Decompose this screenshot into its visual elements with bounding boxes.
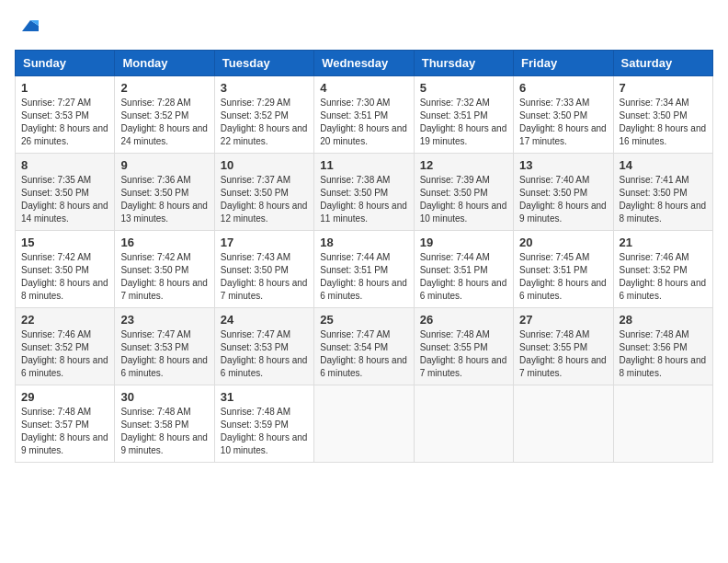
day-info: Sunrise: 7:47 AMSunset: 3:54 PMDaylight:… <box>320 328 407 380</box>
calendar-cell: 23Sunrise: 7:47 AMSunset: 3:53 PMDayligh… <box>115 308 214 385</box>
day-number: 31 <box>221 390 308 404</box>
day-number: 12 <box>420 158 507 172</box>
day-info: Sunrise: 7:42 AMSunset: 3:50 PMDaylight:… <box>21 251 108 303</box>
day-number: 23 <box>120 313 208 327</box>
calendar-cell: 3Sunrise: 7:29 AMSunset: 3:52 PMDaylight… <box>214 76 313 154</box>
calendar-cell: 4Sunrise: 7:30 AMSunset: 3:51 PMDaylight… <box>314 76 414 154</box>
day-info: Sunrise: 7:35 AMSunset: 3:50 PMDaylight:… <box>21 174 108 225</box>
day-number: 7 <box>620 81 707 95</box>
calendar-cell: 30Sunrise: 7:48 AMSunset: 3:58 PMDayligh… <box>115 385 214 463</box>
calendar-cell: 1Sunrise: 7:27 AMSunset: 3:53 PMDaylight… <box>16 76 115 154</box>
day-number: 20 <box>519 236 607 249</box>
calendar-cell: 14Sunrise: 7:41 AMSunset: 3:50 PMDayligh… <box>613 154 712 231</box>
day-number: 4 <box>320 81 407 95</box>
day-number: 3 <box>221 81 308 95</box>
day-number: 5 <box>420 81 507 95</box>
day-number: 10 <box>221 158 308 172</box>
day-info: Sunrise: 7:48 AMSunset: 3:59 PMDaylight:… <box>221 406 308 457</box>
day-number: 22 <box>21 313 108 327</box>
calendar-cell <box>613 385 712 463</box>
calendar-week-row: 22Sunrise: 7:46 AMSunset: 3:52 PMDayligh… <box>16 308 713 385</box>
day-number: 15 <box>21 236 108 249</box>
day-info: Sunrise: 7:44 AMSunset: 3:51 PMDaylight:… <box>420 251 507 303</box>
calendar-cell: 19Sunrise: 7:44 AMSunset: 3:51 PMDayligh… <box>414 231 513 308</box>
calendar-cell: 6Sunrise: 7:33 AMSunset: 3:50 PMDaylight… <box>514 76 613 154</box>
day-number: 17 <box>221 236 308 249</box>
day-number: 26 <box>420 313 507 327</box>
day-info: Sunrise: 7:44 AMSunset: 3:51 PMDaylight:… <box>320 251 407 303</box>
calendar-cell: 18Sunrise: 7:44 AMSunset: 3:51 PMDayligh… <box>314 231 414 308</box>
calendar-cell: 31Sunrise: 7:48 AMSunset: 3:59 PMDayligh… <box>214 385 313 463</box>
day-number: 21 <box>620 236 707 249</box>
calendar-cell: 12Sunrise: 7:39 AMSunset: 3:50 PMDayligh… <box>414 154 513 231</box>
day-info: Sunrise: 7:33 AMSunset: 3:50 PMDaylight:… <box>519 97 607 148</box>
calendar-cell: 11Sunrise: 7:38 AMSunset: 3:50 PMDayligh… <box>314 154 414 231</box>
day-header-wednesday: Wednesday <box>314 51 414 76</box>
calendar-week-row: 15Sunrise: 7:42 AMSunset: 3:50 PMDayligh… <box>16 231 713 308</box>
calendar-cell: 26Sunrise: 7:48 AMSunset: 3:55 PMDayligh… <box>414 308 513 385</box>
calendar-cell: 20Sunrise: 7:45 AMSunset: 3:51 PMDayligh… <box>514 231 613 308</box>
day-number: 2 <box>120 81 208 95</box>
calendar-cell <box>314 385 414 463</box>
day-info: Sunrise: 7:32 AMSunset: 3:51 PMDaylight:… <box>420 97 507 148</box>
calendar-cell: 13Sunrise: 7:40 AMSunset: 3:50 PMDayligh… <box>514 154 613 231</box>
page-header <box>15 15 713 40</box>
day-info: Sunrise: 7:39 AMSunset: 3:50 PMDaylight:… <box>420 174 507 225</box>
calendar-week-row: 29Sunrise: 7:48 AMSunset: 3:57 PMDayligh… <box>16 385 713 463</box>
day-info: Sunrise: 7:28 AMSunset: 3:52 PMDaylight:… <box>120 97 208 148</box>
day-number: 16 <box>120 236 208 249</box>
day-info: Sunrise: 7:48 AMSunset: 3:57 PMDaylight:… <box>21 406 108 457</box>
calendar-cell <box>414 385 513 463</box>
calendar-cell <box>514 385 613 463</box>
calendar-cell: 29Sunrise: 7:48 AMSunset: 3:57 PMDayligh… <box>16 385 115 463</box>
day-info: Sunrise: 7:47 AMSunset: 3:53 PMDaylight:… <box>120 328 208 380</box>
day-info: Sunrise: 7:34 AMSunset: 3:50 PMDaylight:… <box>620 97 707 148</box>
day-info: Sunrise: 7:38 AMSunset: 3:50 PMDaylight:… <box>320 174 407 225</box>
calendar-cell: 28Sunrise: 7:48 AMSunset: 3:56 PMDayligh… <box>613 308 712 385</box>
day-info: Sunrise: 7:41 AMSunset: 3:50 PMDaylight:… <box>620 174 707 225</box>
calendar-cell: 17Sunrise: 7:43 AMSunset: 3:50 PMDayligh… <box>214 231 313 308</box>
calendar-cell: 24Sunrise: 7:47 AMSunset: 3:53 PMDayligh… <box>214 308 313 385</box>
calendar-header-row: SundayMondayTuesdayWednesdayThursdayFrid… <box>16 51 713 76</box>
day-header-saturday: Saturday <box>613 51 712 76</box>
calendar-cell: 2Sunrise: 7:28 AMSunset: 3:52 PMDaylight… <box>115 76 214 154</box>
calendar-week-row: 8Sunrise: 7:35 AMSunset: 3:50 PMDaylight… <box>16 154 713 231</box>
calendar-cell: 22Sunrise: 7:46 AMSunset: 3:52 PMDayligh… <box>16 308 115 385</box>
logo-icon <box>17 15 39 37</box>
day-info: Sunrise: 7:43 AMSunset: 3:50 PMDaylight:… <box>221 251 308 303</box>
day-number: 13 <box>519 158 607 172</box>
day-number: 14 <box>620 158 707 172</box>
day-number: 19 <box>420 236 507 249</box>
day-number: 25 <box>320 313 407 327</box>
day-number: 6 <box>519 81 607 95</box>
logo <box>15 15 39 40</box>
calendar-cell: 16Sunrise: 7:42 AMSunset: 3:50 PMDayligh… <box>115 231 214 308</box>
day-info: Sunrise: 7:48 AMSunset: 3:55 PMDaylight:… <box>420 328 507 380</box>
day-info: Sunrise: 7:37 AMSunset: 3:50 PMDaylight:… <box>221 174 308 225</box>
calendar-week-row: 1Sunrise: 7:27 AMSunset: 3:53 PMDaylight… <box>16 76 713 154</box>
calendar-cell: 8Sunrise: 7:35 AMSunset: 3:50 PMDaylight… <box>16 154 115 231</box>
day-info: Sunrise: 7:36 AMSunset: 3:50 PMDaylight:… <box>120 174 208 225</box>
day-header-sunday: Sunday <box>16 51 115 76</box>
day-header-friday: Friday <box>514 51 613 76</box>
calendar-cell: 10Sunrise: 7:37 AMSunset: 3:50 PMDayligh… <box>214 154 313 231</box>
day-number: 24 <box>221 313 308 327</box>
day-info: Sunrise: 7:48 AMSunset: 3:58 PMDaylight:… <box>120 406 208 457</box>
day-number: 18 <box>320 236 407 249</box>
day-number: 8 <box>21 158 108 172</box>
calendar-cell: 7Sunrise: 7:34 AMSunset: 3:50 PMDaylight… <box>613 76 712 154</box>
calendar-cell: 25Sunrise: 7:47 AMSunset: 3:54 PMDayligh… <box>314 308 414 385</box>
day-info: Sunrise: 7:48 AMSunset: 3:56 PMDaylight:… <box>620 328 707 380</box>
day-info: Sunrise: 7:27 AMSunset: 3:53 PMDaylight:… <box>21 97 108 148</box>
day-number: 1 <box>21 81 108 95</box>
day-info: Sunrise: 7:46 AMSunset: 3:52 PMDaylight:… <box>620 251 707 303</box>
day-info: Sunrise: 7:45 AMSunset: 3:51 PMDaylight:… <box>519 251 607 303</box>
calendar-cell: 15Sunrise: 7:42 AMSunset: 3:50 PMDayligh… <box>16 231 115 308</box>
day-header-tuesday: Tuesday <box>214 51 313 76</box>
day-info: Sunrise: 7:29 AMSunset: 3:52 PMDaylight:… <box>221 97 308 148</box>
day-number: 29 <box>21 390 108 404</box>
day-number: 28 <box>620 313 707 327</box>
day-info: Sunrise: 7:48 AMSunset: 3:55 PMDaylight:… <box>519 328 607 380</box>
day-info: Sunrise: 7:47 AMSunset: 3:53 PMDaylight:… <box>221 328 308 380</box>
day-number: 11 <box>320 158 407 172</box>
